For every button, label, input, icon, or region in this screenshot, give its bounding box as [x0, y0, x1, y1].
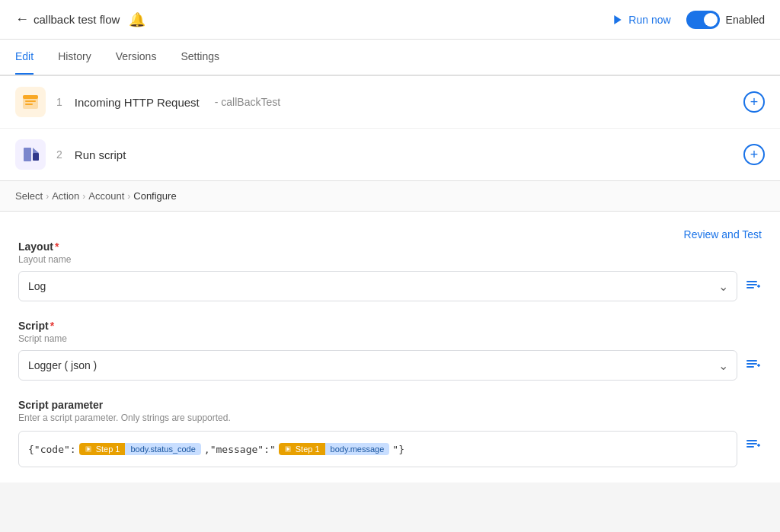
breadcrumb-account[interactable]: Account [88, 190, 124, 202]
list-add-svg [745, 278, 762, 295]
tab-settings[interactable]: Settings [181, 40, 219, 75]
review-test-link[interactable]: Review and Test [684, 228, 762, 241]
bell-icon[interactable]: 🔔 [129, 11, 145, 28]
layout-label: Layout* [18, 241, 762, 253]
param-editor-row: {"code": Step 1 body.status_code ,"messa… [18, 431, 762, 467]
svg-rect-4 [25, 104, 33, 105]
param-editor-wrap: {"code": Step 1 body.status_code ,"messa… [18, 431, 737, 467]
layout-field-group: Layout* Layout name Log ⌄ [18, 241, 762, 301]
tab-versions[interactable]: Versions [116, 40, 157, 75]
play-icon [612, 14, 624, 26]
step-1-num: 1 [56, 96, 62, 108]
param-chip-2: Step 1 body.message [279, 443, 390, 455]
svg-rect-6 [33, 153, 39, 161]
config-panel: Review and Test Layout* Layout name Log … [0, 212, 780, 483]
script-param-section: Script parameter Enter a script paramete… [18, 399, 762, 467]
script-field-group: Script* Script name Logger ( json ) ⌄ [18, 320, 762, 381]
add-after-step-2-button[interactable]: + [743, 144, 765, 165]
script-dropdown-row: Logger ( json ) ⌄ [18, 350, 762, 381]
enabled-toggle[interactable] [686, 11, 720, 29]
param-suffix: "} [392, 444, 404, 455]
svg-rect-14 [746, 363, 757, 365]
svg-rect-13 [746, 360, 757, 362]
breadcrumb-configure[interactable]: Configure [133, 190, 176, 202]
tabs-bar: Edit History Versions Settings [0, 40, 780, 75]
layout-dropdown-wrap: Log ⌄ [18, 271, 737, 301]
step-1-icon [15, 87, 46, 117]
enabled-toggle-wrap: Enabled [686, 11, 765, 29]
param-label: Script parameter [18, 399, 762, 411]
param-add-icon[interactable] [745, 437, 762, 454]
param-editor[interactable]: {"code": Step 1 body.status_code ,"messa… [18, 431, 737, 467]
top-bar: ← callback test flow 🔔 Run now Enabled [0, 0, 780, 40]
param-chip-1-field: body.status_code [125, 443, 200, 455]
breadcrumb-action[interactable]: Action [52, 190, 79, 202]
back-arrow-icon: ← [15, 11, 29, 27]
add-after-step-1-button[interactable]: + [743, 91, 765, 113]
svg-rect-22 [746, 440, 757, 441]
script-icon [21, 145, 40, 164]
layout-select[interactable]: Log [18, 271, 737, 301]
tab-edit[interactable]: Edit [15, 40, 34, 75]
breadcrumb-sep-2: › [82, 191, 85, 202]
svg-rect-3 [25, 100, 36, 102]
script-add-icon[interactable] [745, 357, 762, 374]
breadcrumb-select[interactable]: Select [15, 190, 43, 202]
breadcrumb-sep-3: › [127, 191, 130, 202]
param-chip-1: Step 1 body.status_code [79, 443, 201, 455]
run-now-label: Run now [628, 14, 670, 26]
step-1-label: Incoming HTTP Request [75, 96, 200, 109]
breadcrumb: Select › Action › Account › Configure [0, 181, 780, 212]
content-area: 1 Incoming HTTP Request - callBackTest +… [0, 75, 780, 483]
svg-rect-10 [746, 287, 754, 288]
svg-rect-12 [758, 285, 759, 288]
tab-history[interactable]: History [58, 40, 91, 75]
step-list: 1 Incoming HTTP Request - callBackTest +… [0, 76, 780, 181]
http-icon [21, 93, 40, 111]
back-button[interactable]: ← callback test flow [15, 11, 120, 27]
review-row: Review and Test [18, 227, 762, 241]
run-now-button[interactable]: Run now [612, 14, 670, 26]
layout-dropdown-row: Log ⌄ [18, 271, 762, 301]
param-sublabel: Enter a script parameter. Only strings a… [18, 413, 762, 423]
svg-rect-5 [24, 148, 31, 161]
script-required: * [50, 320, 54, 332]
script-label: Script* [18, 320, 762, 332]
svg-rect-24 [746, 446, 754, 448]
svg-rect-17 [758, 364, 759, 367]
flow-title: callback test flow [34, 13, 120, 26]
param-middle: ,"message":" [204, 444, 276, 455]
enabled-label: Enabled [726, 14, 765, 26]
svg-rect-8 [746, 281, 757, 282]
svg-marker-7 [33, 148, 39, 153]
layout-required: * [55, 241, 59, 253]
script-sublabel: Script name [18, 333, 762, 344]
chip-icon-1 [85, 445, 92, 453]
layout-sublabel: Layout name [18, 254, 762, 265]
param-chip-2-field: body.message [325, 443, 390, 455]
layout-add-icon[interactable] [745, 278, 762, 295]
step-item-2: 2 Run script + [0, 129, 780, 180]
param-chip-2-step: Step 1 [279, 443, 325, 455]
svg-rect-15 [746, 366, 754, 368]
param-prefix: {"code": [28, 444, 76, 455]
list-add-param-svg [745, 437, 762, 454]
chip-icon-2 [284, 445, 292, 453]
list-add-script-svg [745, 357, 762, 374]
step-2-icon [15, 139, 46, 170]
step-item-1: 1 Incoming HTTP Request - callBackTest + [0, 76, 780, 129]
svg-rect-26 [758, 444, 759, 447]
step-2-num: 2 [56, 148, 62, 161]
breadcrumb-sep-1: › [46, 191, 49, 202]
svg-rect-23 [746, 443, 757, 444]
svg-rect-2 [23, 95, 38, 99]
step-1-sub: - callBackTest [215, 96, 280, 108]
script-dropdown-wrap: Logger ( json ) ⌄ [18, 350, 737, 381]
step-2-label: Run script [75, 148, 126, 161]
param-chip-1-step: Step 1 [79, 443, 126, 455]
svg-marker-0 [615, 15, 622, 24]
svg-rect-9 [746, 284, 757, 285]
script-select[interactable]: Logger ( json ) [18, 350, 737, 381]
